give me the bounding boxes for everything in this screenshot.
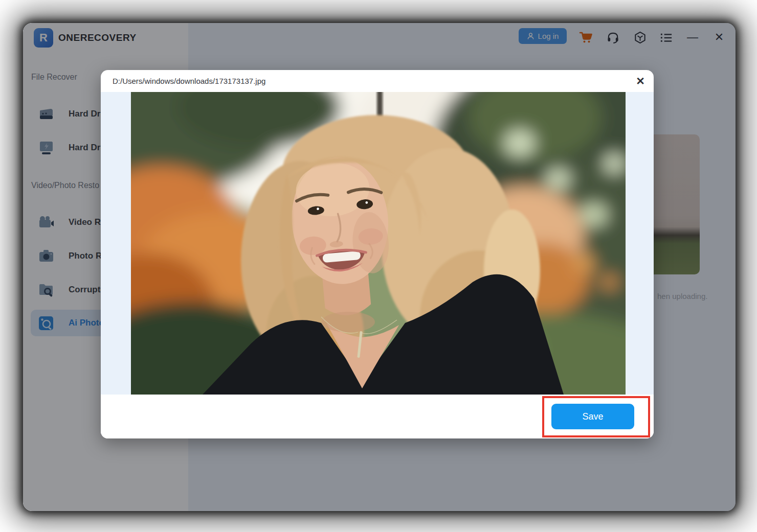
dialog-footer: Save [101, 395, 654, 438]
close-icon: ✕ [636, 75, 645, 87]
file-path-title: D:/Users/windows/downloads/173173137.jpg [113, 77, 265, 85]
preview-photo [131, 92, 626, 395]
save-label: Save [582, 411, 603, 422]
dialog-close-button[interactable]: ✕ [633, 74, 648, 88]
app-window: File Recover Hard Drive Hard Drive Video… [23, 23, 736, 511]
screenshot-stage: File Recover Hard Drive Hard Drive Video… [0, 0, 757, 532]
photo-preview-area [101, 92, 654, 395]
save-button[interactable]: Save [551, 404, 634, 429]
photo-preview-dialog: D:/Users/windows/downloads/173173137.jpg… [101, 70, 654, 438]
